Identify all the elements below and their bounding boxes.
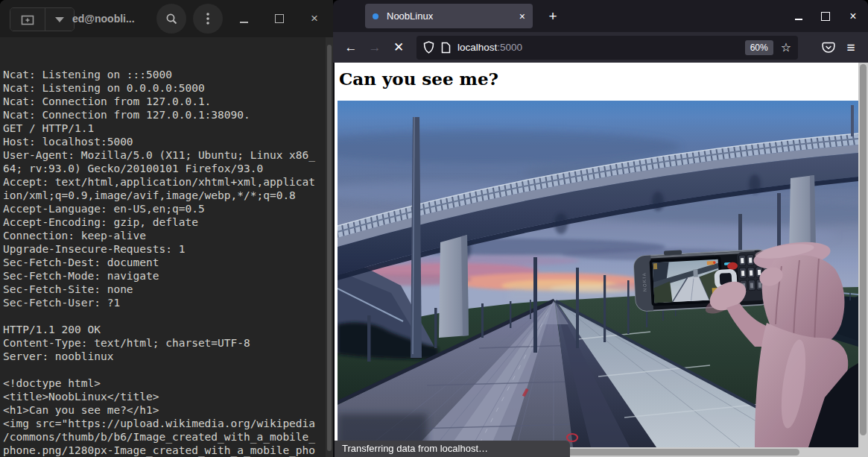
shield-icon[interactable] bbox=[423, 41, 434, 54]
zoom-level-badge[interactable]: 60% bbox=[745, 40, 773, 55]
minimize-icon bbox=[240, 21, 248, 23]
terminal-line: Accept-Encoding: gzip, deflate bbox=[3, 215, 326, 229]
terminal-line: Ncat: Listening on 0.0.0.0:5000 bbox=[3, 81, 326, 95]
status-bar: Transferring data from localhost… bbox=[335, 441, 570, 457]
new-tab-icon bbox=[21, 14, 34, 25]
terminal-line: Server: nooblinux bbox=[3, 350, 326, 363]
terminal-line: <img src="https://upload.wikimedia.org/w… bbox=[3, 417, 326, 430]
terminal-line: 64; rv:93.0) Gecko/20100101 Firefox/93.0 bbox=[3, 162, 326, 175]
terminal-line: Content-Type: text/html; charset=UTF-8 bbox=[3, 336, 326, 350]
tab-nooblinux[interactable]: NoobLinux × bbox=[365, 4, 533, 28]
firefox-tab-bar: NoobLinux × + × bbox=[333, 0, 868, 32]
stop-button[interactable]: ✕ bbox=[387, 37, 411, 59]
tab-loading-indicator bbox=[373, 13, 378, 19]
bookmark-star-icon[interactable]: ☆ bbox=[781, 40, 791, 54]
url-bar[interactable]: localhost:5000 60% ☆ bbox=[416, 36, 798, 60]
terminal-line: <h1>Can you see me?</h1> bbox=[3, 403, 326, 417]
terminal-line: <!doctype html> bbox=[3, 376, 326, 390]
terminal-line bbox=[3, 363, 326, 376]
search-icon bbox=[165, 13, 178, 25]
url-host: localhost bbox=[457, 42, 497, 53]
terminal-close-button[interactable]: × bbox=[305, 0, 324, 37]
terminal-newtab-group[interactable] bbox=[10, 7, 75, 31]
maximize-icon bbox=[275, 14, 284, 23]
terminal-lines: Ncat: Listening on :::5000Ncat: Listenin… bbox=[3, 68, 326, 457]
pocket-icon[interactable] bbox=[817, 37, 840, 59]
kebab-menu-icon bbox=[206, 12, 210, 25]
page-image: NOKIA bbox=[338, 101, 858, 447]
firefox-toolbar: ← → ✕ localhost:5000 60% ☆ bbox=[333, 32, 868, 63]
terminal-line: User-Agent: Mozilla/5.0 (X11; Ubuntu; Li… bbox=[3, 148, 326, 162]
page-info-icon[interactable] bbox=[441, 42, 451, 54]
browser-maximize-button[interactable] bbox=[815, 0, 836, 32]
tab-close-button[interactable]: × bbox=[519, 10, 525, 22]
minimize-icon bbox=[795, 18, 802, 20]
terminal-line: Ncat: Listening on :::5000 bbox=[3, 68, 326, 81]
hamburger-menu-icon[interactable]: ≡ bbox=[840, 37, 862, 59]
vertical-scrollbar[interactable] bbox=[858, 63, 868, 457]
terminal-title: ed@noobli... bbox=[72, 0, 135, 37]
new-tab-button[interactable]: + bbox=[542, 6, 563, 27]
terminal-output[interactable]: Ncat: Listening on :::5000Ncat: Listenin… bbox=[0, 37, 326, 457]
url-port: :5000 bbox=[497, 42, 522, 53]
terminal-search-button[interactable] bbox=[156, 4, 186, 34]
terminal-line bbox=[3, 309, 326, 323]
back-button[interactable]: ← bbox=[339, 37, 363, 59]
terminal-line: GET / HTTP/1.1 bbox=[3, 122, 326, 135]
chevron-down-icon bbox=[55, 17, 64, 22]
terminal-line: Sec-Fetch-Site: none bbox=[3, 283, 326, 296]
terminal-minimize-button[interactable] bbox=[234, 0, 253, 37]
terminal-line: Upgrade-Insecure-Requests: 1 bbox=[3, 242, 326, 256]
terminal-line: HTTP/1.1 200 OK bbox=[3, 323, 326, 336]
close-icon: × bbox=[311, 11, 318, 26]
terminal-scrollbar-thumb[interactable] bbox=[327, 45, 332, 451]
terminal-maximize-button[interactable] bbox=[270, 0, 289, 37]
terminal-scrollbar[interactable] bbox=[326, 37, 333, 457]
terminal-line: phone.png/1280px-Image_created_with_a_mo… bbox=[3, 444, 326, 457]
terminal-line: Ncat: Connection from 127.0.0.1:38090. bbox=[3, 108, 326, 122]
terminal-line: ion/xml;q=0.9,image/avif,image/webp,*/*;… bbox=[3, 189, 326, 202]
forward-button[interactable]: → bbox=[363, 37, 387, 59]
maximize-icon bbox=[821, 12, 830, 21]
terminal-line: <title>NoobLinux</title> bbox=[3, 390, 326, 403]
terminal-line: Sec-Fetch-Dest: document bbox=[3, 256, 326, 269]
browser-minimize-button[interactable] bbox=[788, 0, 809, 32]
page-heading: Can you see me? bbox=[339, 69, 498, 89]
firefox-window: NoobLinux × + × ← → ✕ localhost bbox=[333, 0, 868, 457]
terminal-line: /commons/thumb/b/b6/Image_created_with_a… bbox=[3, 430, 326, 444]
terminal-line: Ncat: Connection from 127.0.0.1. bbox=[3, 95, 326, 108]
terminal-line: Accept-Language: en-US,en;q=0.5 bbox=[3, 202, 326, 215]
terminal-line: Sec-Fetch-Mode: navigate bbox=[3, 269, 326, 283]
new-tab-button[interactable] bbox=[10, 8, 45, 31]
terminal-line: Connection: keep-alive bbox=[3, 229, 326, 242]
terminal-window: ed@noobli... × Ncat: Listening on :::500… bbox=[0, 0, 333, 457]
browser-close-button[interactable]: × bbox=[843, 0, 864, 32]
terminal-line: Sec-Fetch-User: ?1 bbox=[3, 296, 326, 309]
terminal-menu-button[interactable] bbox=[193, 4, 223, 34]
terminal-line: Accept: text/html,application/xhtml+xml,… bbox=[3, 175, 326, 189]
browser-viewport: Can you see me? bbox=[333, 63, 868, 457]
vertical-scrollbar-thumb[interactable] bbox=[860, 64, 867, 435]
tab-dropdown-button[interactable] bbox=[45, 8, 74, 31]
tab-title: NoobLinux bbox=[387, 10, 519, 22]
terminal-line: Host: localhost:5000 bbox=[3, 135, 326, 148]
terminal-titlebar: ed@noobli... × bbox=[0, 0, 333, 37]
